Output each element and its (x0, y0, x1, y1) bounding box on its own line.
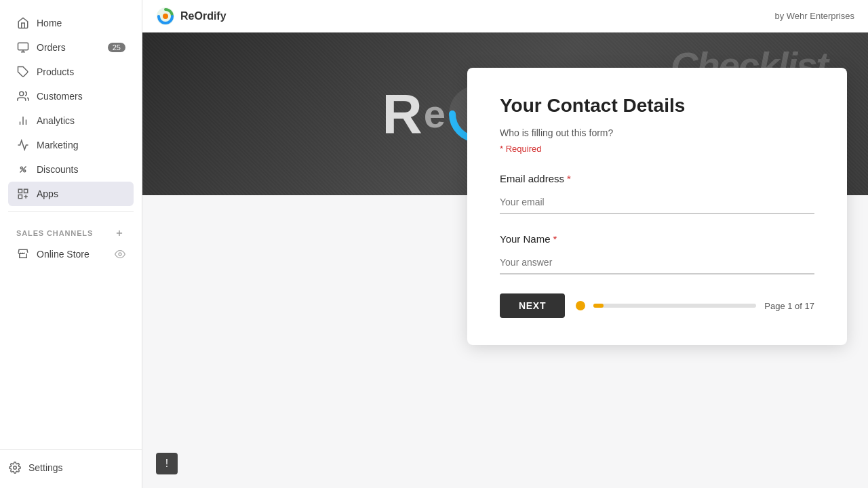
sidebar-item-orders[interactable]: Orders 25 (8, 35, 134, 60)
progress-area: Page 1 of 17 (576, 301, 814, 311)
banner-e: e (424, 94, 446, 134)
add-sales-channel-icon[interactable] (113, 227, 125, 239)
svg-point-9 (24, 170, 26, 172)
svg-rect-13 (18, 195, 22, 199)
email-input[interactable] (500, 191, 814, 214)
sidebar-item-customers[interactable]: Customers (8, 84, 134, 108)
name-input[interactable] (500, 251, 814, 274)
orders-icon (16, 41, 30, 54)
svg-point-8 (20, 167, 22, 169)
form-title: Your Contact Details (500, 95, 814, 117)
sidebar: Home Orders 25 Products Customers (0, 0, 142, 488)
form-footer: NEXT Page 1 of 17 (500, 293, 814, 318)
email-field-group: Email address * (500, 173, 814, 214)
sidebar-item-settings[interactable]: Settings (0, 455, 142, 480)
svg-point-4 (20, 92, 24, 96)
sidebar-item-analytics-label: Analytics (37, 115, 125, 126)
settings-icon (8, 461, 22, 474)
settings-label: Settings (28, 462, 134, 473)
feedback-icon: ! (165, 458, 168, 470)
sidebar-item-online-store[interactable]: Online Store (8, 242, 134, 266)
sales-channels-section: SALES CHANNELS (8, 218, 134, 242)
main-content: ReOrdify by Wehr Enterprises Checklist R… (142, 0, 868, 488)
sidebar-item-marketing-label: Marketing (37, 140, 125, 150)
page-indicator: Page 1 of 17 (764, 301, 814, 311)
brand: ReOrdify (156, 7, 226, 26)
progress-dot (576, 301, 585, 310)
name-field-group: Your Name * (500, 233, 814, 274)
progress-bar (593, 304, 756, 308)
email-required-star: * (567, 173, 571, 184)
sidebar-item-home-label: Home (37, 18, 125, 28)
sidebar-item-apps[interactable]: Apps (8, 182, 134, 206)
svg-rect-0 (18, 43, 28, 50)
sidebar-item-products-label: Products (37, 66, 125, 77)
sidebar-item-discounts-label: Discounts (37, 164, 125, 175)
sidebar-item-apps-label: Apps (37, 188, 125, 199)
svg-rect-12 (24, 189, 28, 192)
products-icon (16, 65, 30, 79)
customers-icon (16, 89, 30, 103)
analytics-icon (16, 114, 30, 127)
progress-bar-fill (593, 304, 603, 308)
svg-point-18 (119, 253, 121, 256)
email-label: Email address * (500, 173, 814, 184)
divider (8, 211, 134, 212)
svg-rect-11 (18, 189, 22, 192)
brand-logo-icon (156, 7, 175, 26)
sidebar-item-discounts[interactable]: Discounts (8, 157, 134, 182)
svg-point-19 (14, 466, 17, 470)
brand-name: ReOrdify (180, 10, 226, 22)
banner-r: R (382, 86, 422, 142)
sidebar-item-customers-label: Customers (37, 91, 125, 102)
sales-channels-label: SALES CHANNELS (16, 229, 93, 237)
online-store-label: Online Store (37, 249, 108, 260)
form-required-text: * Required (500, 144, 814, 154)
home-icon (16, 16, 30, 30)
orders-badge: 25 (108, 43, 125, 52)
sidebar-item-products[interactable]: Products (8, 60, 134, 84)
name-label: Your Name * (500, 233, 814, 245)
feedback-button[interactable]: ! (156, 453, 178, 474)
sidebar-nav: Home Orders 25 Products Customers (0, 0, 142, 272)
next-button[interactable]: NEXT (500, 293, 565, 318)
apps-icon (16, 187, 30, 201)
discounts-icon (16, 163, 30, 176)
visibility-icon[interactable] (115, 249, 125, 260)
name-required-star: * (553, 233, 557, 245)
marketing-icon (16, 138, 30, 152)
sidebar-bottom: Settings (0, 444, 142, 488)
sidebar-item-home[interactable]: Home (8, 11, 134, 35)
online-store-icon (16, 247, 30, 261)
form-modal: Your Contact Details Who is filling out … (467, 68, 847, 345)
bottom-divider (0, 449, 142, 450)
sidebar-item-orders-label: Orders (37, 42, 101, 53)
sidebar-item-marketing[interactable]: Marketing (8, 133, 134, 157)
sidebar-item-analytics[interactable]: Analytics (8, 108, 134, 133)
topbar: ReOrdify by Wehr Enterprises (142, 0, 868, 33)
form-subtitle: Who is filling out this form? (500, 127, 814, 138)
svg-point-21 (163, 14, 168, 19)
brand-tagline: by Wehr Enterprises (774, 11, 854, 21)
